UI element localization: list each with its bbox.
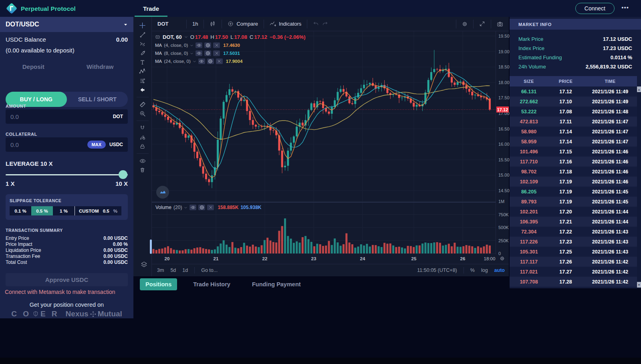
chevron-down-icon[interactable] — [184, 206, 187, 209]
withdraw-button[interactable]: Withdraw — [67, 63, 134, 70]
indicators-button[interactable]: Indicators — [264, 17, 307, 31]
xabcd-pattern-icon[interactable] — [137, 67, 149, 76]
log-scale-button[interactable]: log — [481, 267, 488, 273]
collateral-value[interactable]: 0.0 — [10, 141, 87, 148]
goto-button[interactable]: Go to... — [201, 267, 218, 273]
collapse-pane-icon[interactable] — [155, 34, 160, 40]
remove-indicator-icon[interactable] — [213, 50, 220, 56]
metamask-note[interactable]: Connect with Metamask to make transactio… — [5, 289, 115, 295]
slippage-custom[interactable]: CUSTOM0.5% — [75, 206, 121, 215]
indicator-settings-icon[interactable] — [198, 205, 205, 210]
tab-funding-payment[interactable]: Funding Payment — [246, 278, 306, 290]
auto-scale-button[interactable]: auto — [494, 267, 505, 273]
hide-drawings-icon[interactable] — [137, 156, 149, 165]
chevron-down-icon[interactable] — [190, 52, 194, 55]
compare-button[interactable]: Compare — [222, 17, 263, 31]
clock[interactable]: 11:50:05 (UTC+8) — [417, 267, 457, 273]
magnet-icon[interactable] — [137, 123, 149, 133]
time-axis[interactable]: 2021222324252618:00 — [152, 254, 509, 264]
tab-positions[interactable]: Positions — [140, 278, 177, 290]
lock-drawings-icon[interactable] — [137, 142, 149, 151]
time-tick: 20 — [165, 256, 170, 261]
range-button[interactable]: 5d — [170, 267, 176, 273]
stay-in-drawing-mode-icon[interactable] — [137, 133, 149, 142]
amount-label: AMOUNT — [6, 104, 26, 109]
pane-logo-badge[interactable] — [156, 186, 169, 199]
pair-selector[interactable]: DOT/USDC — [0, 17, 133, 32]
sell-short-button[interactable]: SELL / SHORT — [67, 92, 128, 107]
perpetual-logo-icon — [6, 3, 17, 14]
indicator-settings-icon[interactable] — [204, 50, 211, 56]
leverage-slider-track[interactable] — [6, 174, 128, 175]
approve-usdc-button[interactable]: Approve USDC — [6, 273, 128, 286]
chart-settings-icon[interactable] — [456, 17, 473, 31]
leverage-slider-knob[interactable] — [119, 170, 127, 179]
trendline-icon[interactable] — [137, 30, 149, 39]
remove-indicator-icon[interactable] — [213, 42, 220, 48]
more-menu-button[interactable]: ••• — [621, 4, 629, 11]
crosshair-icon[interactable] — [137, 21, 149, 30]
fib-retracement-icon[interactable] — [137, 39, 149, 48]
nexus-mutual-logo[interactable]: Nexus Mutual — [66, 310, 122, 318]
chevron-down-icon[interactable] — [190, 44, 194, 47]
price-axis[interactable]: 19.5019.0018.5018.0017.5017.0016.5016.00… — [496, 31, 509, 254]
symbol-button[interactable]: DOT — [152, 17, 186, 31]
connect-wallet-button[interactable]: Connect — [575, 3, 615, 14]
price-tick: 19.50 — [498, 34, 510, 38]
axis-settings-icon[interactable] — [500, 256, 505, 261]
object-tree-icon[interactable] — [138, 259, 150, 269]
range-button[interactable]: 1d — [182, 267, 188, 273]
scroll-up-icon[interactable]: ▲ — [637, 86, 641, 92]
percent-scale-button[interactable]: % — [470, 267, 475, 273]
hide-indicator-icon[interactable] — [196, 50, 202, 56]
brand[interactable]: Perpetual Protocol — [6, 3, 76, 14]
deposit-withdraw-row: Deposit Withdraw — [0, 63, 133, 70]
hide-indicator-icon[interactable] — [196, 42, 202, 48]
remove-indicator-icon[interactable] — [216, 58, 223, 64]
remove-drawings-icon[interactable] — [137, 165, 149, 175]
time-tick: 18:00 — [484, 256, 496, 261]
arrow-marker-icon[interactable] — [137, 85, 149, 95]
cover-logo[interactable]: C O E R — [11, 310, 59, 318]
interval-button[interactable]: 1h — [187, 17, 204, 31]
range-button[interactable]: 3m — [157, 267, 164, 273]
forecast-icon[interactable] — [137, 76, 149, 85]
scroll-down-icon[interactable]: ▼ — [637, 282, 641, 288]
trade-sidebar: DOT/USDC USDC Balance 0.00 (0.00 availab… — [0, 17, 133, 318]
price-tick: 19.00 — [498, 49, 510, 54]
legend-symbol[interactable]: DOT, 60 — [163, 34, 182, 40]
tab-trade[interactable]: Trade — [135, 0, 167, 17]
hide-indicator-icon[interactable] — [198, 58, 205, 64]
collateral-field[interactable]: 0.0 MAX USDC — [6, 137, 128, 152]
trade-row: 117.22617.232021/1/26 11:43 — [510, 237, 637, 247]
remove-indicator-icon[interactable] — [207, 205, 214, 210]
amount-field[interactable]: 0.0 DOT — [6, 109, 128, 124]
indicator-settings-icon[interactable] — [204, 42, 211, 48]
trades-scrollbar[interactable]: ▲ ▼ — [637, 86, 641, 288]
slippage-option[interactable]: 0.1 % — [10, 206, 31, 215]
zoom-in-icon[interactable] — [137, 109, 149, 118]
text-tool-icon[interactable] — [137, 58, 149, 67]
snapshot-icon[interactable] — [491, 17, 509, 31]
fullscreen-icon[interactable] — [474, 17, 491, 31]
measure-icon[interactable] — [137, 100, 149, 109]
amount-value[interactable]: 0.0 — [10, 113, 113, 120]
tab-trade-history[interactable]: Trade History — [187, 278, 236, 290]
divider — [137, 153, 149, 154]
max-button[interactable]: MAX — [87, 141, 106, 149]
chart-style-icon[interactable] — [204, 17, 222, 31]
redo-icon[interactable] — [320, 17, 334, 31]
chart-canvas[interactable] — [152, 31, 496, 254]
slippage-option[interactable]: 1 % — [53, 206, 75, 215]
undo-icon[interactable] — [307, 17, 320, 31]
divider — [137, 97, 149, 97]
hide-indicator-icon[interactable] — [189, 205, 196, 210]
indicator-settings-icon[interactable] — [207, 58, 214, 64]
slippage-option[interactable]: 0.5 % — [31, 206, 53, 215]
brush-icon[interactable] — [137, 48, 149, 58]
chevron-down-icon[interactable] — [193, 60, 196, 63]
deposit-button[interactable]: Deposit — [0, 63, 67, 70]
chevron-down-icon[interactable] — [184, 35, 188, 39]
volume-legend: Volume(20)158.885K105.938K — [155, 205, 261, 210]
trade-row: 117.11717.262021/1/26 11:42 — [510, 257, 637, 267]
